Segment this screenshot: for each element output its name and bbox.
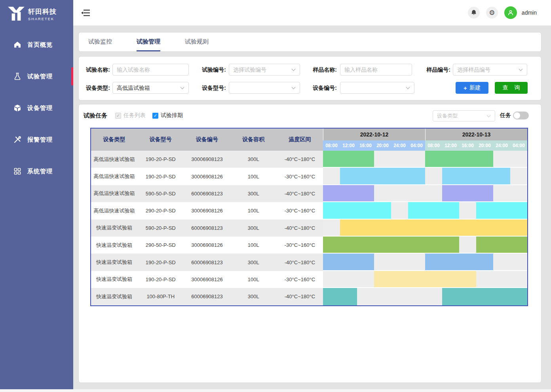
sidebar-item-label: 设备管理 bbox=[27, 104, 53, 112]
temp-range-cell: -40°C~180°C bbox=[277, 220, 323, 237]
info-column-headers: 设备类型设备型号设备编号设备容积温度区间 bbox=[91, 129, 323, 151]
search-button[interactable]: 查 询 bbox=[495, 82, 528, 94]
gantt-bar[interactable] bbox=[323, 185, 374, 201]
sample-name-label: 样品名称: bbox=[308, 64, 337, 76]
create-button[interactable]: +新建 bbox=[456, 82, 488, 94]
device-type-select[interactable]: 高低温试验箱 bbox=[112, 82, 189, 94]
view-checkbox-2[interactable]: ✓试验排期 bbox=[152, 112, 183, 119]
gantt-bar[interactable] bbox=[340, 220, 527, 236]
topbar: ⚙ admin bbox=[73, 0, 551, 26]
device-volume-cell: 100L bbox=[230, 168, 277, 185]
sidebar-collapse-button[interactable] bbox=[81, 8, 91, 17]
plus-icon: + bbox=[464, 85, 467, 91]
tab-3[interactable]: 试验规则 bbox=[185, 32, 209, 51]
device-volume-cell: 300L bbox=[230, 288, 277, 305]
sidebar-item-home[interactable]: 首页概览 bbox=[0, 35, 73, 55]
gantt-bar[interactable] bbox=[323, 151, 374, 167]
column-header-1: 设备类型 bbox=[91, 129, 137, 151]
temp-range-cell: -30°C~160°C bbox=[277, 168, 323, 185]
brand-logo-icon bbox=[8, 6, 25, 21]
sidebar-item-device[interactable]: 设备管理 bbox=[0, 98, 73, 118]
temp-range-cell: -30°C~160°C bbox=[277, 202, 323, 219]
device-model-label: 设备型号: bbox=[198, 82, 226, 94]
experiment-name-input[interactable] bbox=[112, 64, 189, 76]
column-header-2: 设备型号 bbox=[137, 129, 184, 151]
panel-title: 试验任务 bbox=[84, 104, 107, 127]
column-header-3: 设备编号 bbox=[184, 129, 230, 151]
schedule-row: 高低温快速试验箱290-20-P-SD30006908126100L-30°C~… bbox=[91, 202, 527, 219]
tab-1[interactable]: 试验监控 bbox=[88, 32, 112, 51]
notification-button[interactable] bbox=[468, 7, 480, 19]
task-panel-header: 试验任务 ✓任务列表✓试验排期 设备类型 任务 bbox=[79, 104, 541, 127]
time-header-cell: 04:00 bbox=[510, 140, 527, 151]
time-header-cell: 24:00 bbox=[391, 140, 408, 151]
footer-strip bbox=[0, 389, 551, 392]
device-type-cell: 快速温变试验箱 bbox=[91, 237, 137, 254]
time-header-cell: 08:00 bbox=[425, 140, 442, 151]
gantt-bar[interactable] bbox=[442, 168, 510, 184]
sidebar-item-alarm[interactable]: 报警管理 bbox=[0, 130, 73, 150]
gantt-bar[interactable] bbox=[323, 237, 459, 253]
device-serial-cell: 60006908123 bbox=[184, 185, 230, 202]
time-header-cell: 08:00 bbox=[323, 140, 340, 151]
gantt-bar[interactable] bbox=[425, 254, 493, 270]
task-toggle[interactable] bbox=[513, 112, 529, 119]
tab-2[interactable]: 试验管理 bbox=[137, 32, 160, 51]
brand-name-cn: 轩田科技 bbox=[28, 7, 57, 16]
device-type-filter-select[interactable]: 设备类型 bbox=[433, 110, 495, 121]
sample-no-select[interactable]: 选择样品编号 bbox=[453, 64, 527, 76]
experiment-no-label: 试验编号: bbox=[198, 64, 226, 76]
device-type-cell: 高低温快速试验箱 bbox=[91, 168, 137, 185]
gantt-bar[interactable] bbox=[340, 168, 425, 184]
tabs-card: 试验监控试验管理试验规则 bbox=[78, 32, 542, 52]
device-model-cell: 590-20-P-SD bbox=[137, 220, 184, 237]
experiment-no-select[interactable]: 选择试验编号 bbox=[229, 64, 300, 76]
gantt-bar[interactable] bbox=[476, 237, 527, 253]
temp-range-cell: -30°C~160°C bbox=[277, 237, 323, 254]
avatar[interactable] bbox=[504, 6, 517, 19]
device-serial-cell: 30006908126 bbox=[184, 202, 230, 219]
sidebar-menu: 首页概览试验管理设备管理报警管理系统管理 bbox=[0, 35, 73, 181]
device-no-select[interactable] bbox=[340, 82, 414, 94]
gantt-bar[interactable] bbox=[442, 185, 493, 201]
time-header-cell: 04:00 bbox=[408, 140, 425, 151]
column-header-4: 设备容积 bbox=[230, 129, 277, 151]
device-model-select[interactable] bbox=[229, 82, 300, 94]
schedule-row: 快速温变试验箱190-20-P-SD60006908123300L-40°C~1… bbox=[91, 254, 527, 271]
device-serial-cell: 30006908126 bbox=[184, 237, 230, 254]
gantt-bar[interactable] bbox=[323, 254, 374, 270]
gantt-bar[interactable] bbox=[442, 288, 527, 305]
sample-name-input[interactable] bbox=[340, 64, 412, 76]
tools-icon bbox=[13, 136, 21, 144]
device-type-cell: 快速温变试验箱 bbox=[91, 254, 137, 271]
checkbox-label: 试验排期 bbox=[161, 112, 183, 119]
gantt-bar[interactable] bbox=[425, 151, 493, 167]
row-info: 高低温快速试验箱190-20-P-SD30006908123300L-40°C~… bbox=[91, 151, 323, 168]
device-volume-cell: 100L bbox=[230, 237, 277, 254]
time-header-cell: 16:00 bbox=[459, 140, 476, 151]
gantt-bar[interactable] bbox=[323, 202, 391, 218]
gantt-bar[interactable] bbox=[374, 271, 476, 287]
schedule-row: 高低温快速试验箱590-50-P-SD60006908123300L-40°C~… bbox=[91, 185, 527, 202]
gantt-track bbox=[323, 151, 527, 168]
gantt-bar[interactable] bbox=[408, 202, 459, 218]
device-volume-cell: 100L bbox=[230, 202, 277, 219]
home-icon bbox=[13, 41, 21, 49]
settings-button[interactable]: ⚙ bbox=[486, 7, 498, 19]
device-type-cell: 快速温变试验箱 bbox=[91, 271, 137, 288]
device-type-cell: 高低温快速试验箱 bbox=[91, 202, 137, 219]
sidebar-item-experiment[interactable]: 试验管理 bbox=[0, 66, 73, 86]
device-volume-cell: 300L bbox=[230, 151, 277, 168]
device-type-filter-placeholder: 设备类型 bbox=[433, 111, 495, 121]
gantt-bar[interactable] bbox=[323, 288, 357, 305]
gantt-track bbox=[323, 237, 527, 254]
sidebar-item-system[interactable]: 系统管理 bbox=[0, 161, 73, 181]
gantt-bar[interactable] bbox=[476, 202, 527, 218]
device-volume-cell: 300L bbox=[230, 185, 277, 202]
filter-card: 试验名称:试验编号:选择试验编号样品名称:样品编号:选择样品编号设备类型:高低温… bbox=[78, 56, 542, 100]
device-model-cell: 100-80P-TH bbox=[137, 288, 184, 305]
row-info: 高低温快速试验箱290-20-P-SD30006908126100L-30°C~… bbox=[91, 202, 323, 219]
date-header-row: 2022-10-122022-10-13 bbox=[323, 129, 527, 140]
device-model-cell: 190-20-P-SD bbox=[137, 271, 184, 288]
gantt-track bbox=[323, 168, 527, 185]
